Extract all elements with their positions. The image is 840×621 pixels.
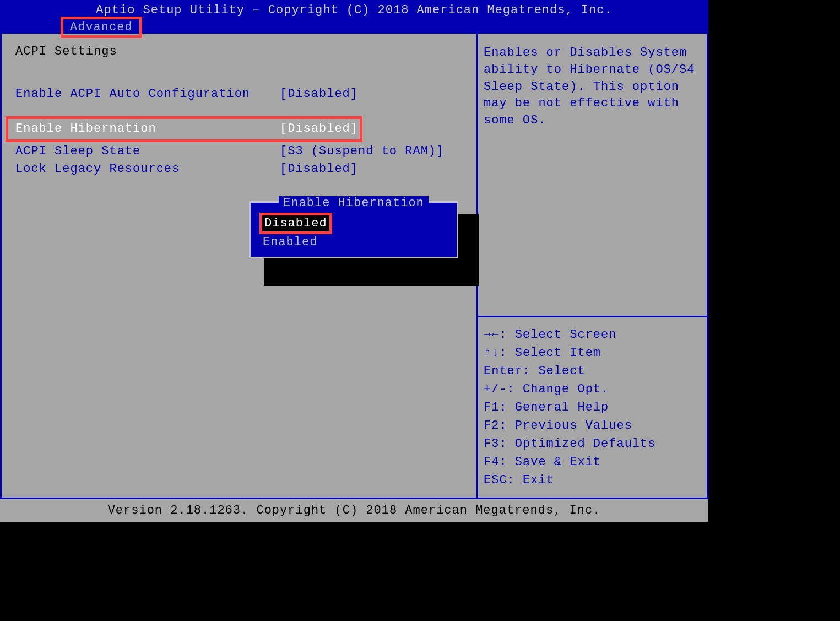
key-optimized-defaults: F3: Optimized Defaults [484,435,701,453]
header-title: Aptio Setup Utility – Copyright (C) 2018… [0,2,708,17]
setting-value: [Disabled] [280,161,463,178]
setting-label: Lock Legacy Resources [15,161,280,178]
key-change-opt: +/-: Change Opt. [484,380,701,398]
popup-title: Enable Hibernation [256,196,451,210]
key-save-exit: F4: Save & Exit [484,453,701,471]
popup-option-label: Enabled [261,234,319,250]
popup-option-disabled[interactable]: Disabled [261,213,451,234]
settings-panel: ACPI Settings Enable ACPI Auto Configura… [0,34,478,498]
popup-enable-hibernation: Enable Hibernation Disabled Enabled [249,201,458,258]
setting-value: [Disabled] [280,86,463,103]
setting-label: Enable ACPI Auto Configuration [15,86,280,103]
footer-bar: Version 2.18.1263. Copyright (C) 2018 Am… [0,499,708,522]
key-esc-exit: ESC: Exit [484,471,701,489]
key-select-screen: →←: Select Screen [484,326,701,344]
setting-label: ACPI Sleep State [15,143,280,160]
setting-lock-legacy-resources[interactable]: Lock Legacy Resources [Disabled] [15,161,463,178]
key-help-area: →←: Select Screen ↑↓: Select Item Enter:… [478,316,707,498]
setting-acpi-auto-config[interactable]: Enable ACPI Auto Configuration [Disabled… [15,86,463,103]
setting-acpi-sleep-state[interactable]: ACPI Sleep State [S3 (Suspend to RAM)] [15,143,463,160]
help-text: Enables or Disables System ability to Hi… [478,34,707,316]
key-enter-select: Enter: Select [484,362,701,380]
setting-label: Enable Hibernation [15,121,280,138]
setting-value: [Disabled] [280,121,360,138]
section-title: ACPI Settings [15,45,463,58]
main-area: ACPI Settings Enable ACPI Auto Configura… [0,32,708,499]
setting-value: [S3 (Suspend to RAM)] [280,143,463,160]
key-general-help: F1: General Help [484,398,701,417]
key-select-item: ↑↓: Select Item [484,344,701,362]
popup-option-enabled[interactable]: Enabled [261,234,451,250]
key-previous-values: F2: Previous Values [484,417,701,435]
setting-enable-hibernation[interactable]: Enable Hibernation [Disabled] [6,116,362,142]
help-panel: Enables or Disables System ability to Hi… [478,34,708,498]
header-bar: Aptio Setup Utility – Copyright (C) 2018… [0,0,708,32]
bios-setup-screen: Aptio Setup Utility – Copyright (C) 2018… [0,0,708,522]
popup-option-label: Disabled [259,213,332,234]
tab-label: Advanced [70,20,133,34]
